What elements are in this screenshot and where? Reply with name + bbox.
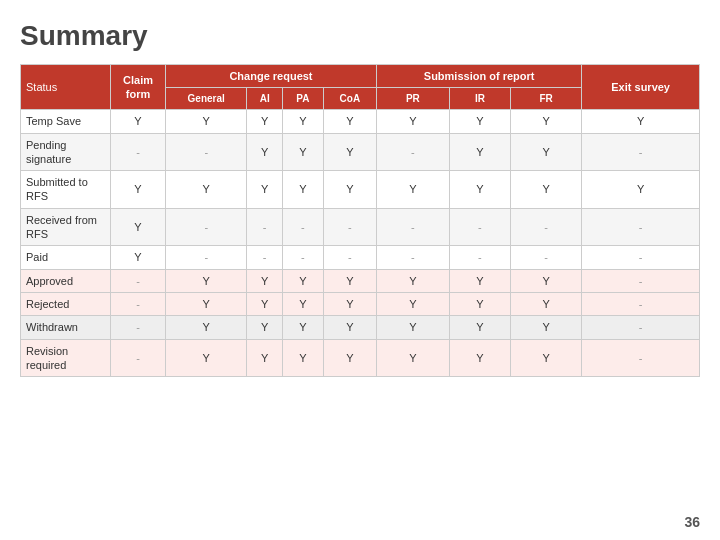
cell-ai: Y (247, 133, 282, 171)
cell-general: Y (166, 316, 247, 339)
cell-status: Submitted to RFS (21, 171, 111, 209)
cell-pr: - (376, 246, 449, 269)
cell-pr: Y (376, 339, 449, 377)
subheader-fr: FR (511, 88, 582, 110)
cell-general: Y (166, 171, 247, 209)
cell-ir: Y (449, 269, 510, 292)
table-row: PaidY-------- (21, 246, 700, 269)
cell-ir: - (449, 246, 510, 269)
cell-exit: - (582, 208, 700, 246)
cell-general: Y (166, 269, 247, 292)
table-row: Withdrawn-YYYYYYY- (21, 316, 700, 339)
subheader-general: General (166, 88, 247, 110)
cell-coa: Y (323, 269, 376, 292)
cell-exit: - (582, 133, 700, 171)
cell-ir: Y (449, 110, 510, 133)
cell-claim: Y (111, 110, 166, 133)
cell-pr: - (376, 133, 449, 171)
cell-exit: Y (582, 110, 700, 133)
cell-general: Y (166, 292, 247, 315)
cell-general: - (166, 246, 247, 269)
cell-ai: Y (247, 292, 282, 315)
cell-fr: Y (511, 171, 582, 209)
cell-coa: Y (323, 292, 376, 315)
cell-claim: Y (111, 171, 166, 209)
cell-claim: - (111, 316, 166, 339)
cell-status: Temp Save (21, 110, 111, 133)
cell-claim: - (111, 339, 166, 377)
cell-pr: Y (376, 269, 449, 292)
cell-pa: Y (282, 316, 323, 339)
cell-ai: Y (247, 269, 282, 292)
cell-pa: - (282, 246, 323, 269)
table-row: Submitted to RFSYYYYYYYYY (21, 171, 700, 209)
cell-ir: Y (449, 171, 510, 209)
cell-claim: Y (111, 208, 166, 246)
cell-pa: Y (282, 133, 323, 171)
cell-pr: Y (376, 171, 449, 209)
cell-fr: Y (511, 292, 582, 315)
cell-status: Rejected (21, 292, 111, 315)
subheader-ir: IR (449, 88, 510, 110)
subheader-pr: PR (376, 88, 449, 110)
cell-exit: - (582, 292, 700, 315)
cell-general: - (166, 133, 247, 171)
cell-exit: - (582, 246, 700, 269)
cell-fr: Y (511, 133, 582, 171)
cell-claim: - (111, 292, 166, 315)
cell-ir: Y (449, 133, 510, 171)
cell-ai: Y (247, 110, 282, 133)
table-row: Pending signature--YYY-YY- (21, 133, 700, 171)
cell-fr: Y (511, 269, 582, 292)
subheader-pa: PA (282, 88, 323, 110)
cell-exit: Y (582, 171, 700, 209)
cell-ir: Y (449, 316, 510, 339)
cell-pa: Y (282, 292, 323, 315)
page-title: Summary (20, 20, 700, 52)
cell-pr: Y (376, 316, 449, 339)
cell-fr: Y (511, 110, 582, 133)
cell-coa: Y (323, 133, 376, 171)
cell-exit: - (582, 269, 700, 292)
cell-fr: Y (511, 339, 582, 377)
cell-status: Pending signature (21, 133, 111, 171)
cell-claim: - (111, 269, 166, 292)
cell-pr: Y (376, 110, 449, 133)
cell-status: Withdrawn (21, 316, 111, 339)
cell-pr: - (376, 208, 449, 246)
table-row: Received from RFSY-------- (21, 208, 700, 246)
cell-status: Received from RFS (21, 208, 111, 246)
cell-pa: Y (282, 171, 323, 209)
cell-coa: Y (323, 110, 376, 133)
subheader-ai: AI (247, 88, 282, 110)
cell-fr: - (511, 208, 582, 246)
cell-pa: Y (282, 110, 323, 133)
table-row: Rejected-YYYYYYY- (21, 292, 700, 315)
cell-pa: Y (282, 339, 323, 377)
cell-fr: Y (511, 316, 582, 339)
cell-status: Approved (21, 269, 111, 292)
cell-status: Paid (21, 246, 111, 269)
cell-claim: - (111, 133, 166, 171)
cell-exit: - (582, 339, 700, 377)
subheader-coa: CoA (323, 88, 376, 110)
table-row: Approved-YYYYYYY- (21, 269, 700, 292)
cell-pr: Y (376, 292, 449, 315)
cell-coa: Y (323, 316, 376, 339)
table-row: Temp SaveYYYYYYYYY (21, 110, 700, 133)
cell-coa: Y (323, 339, 376, 377)
cell-status: Revision required (21, 339, 111, 377)
page-number: 36 (684, 514, 700, 530)
cell-ir: Y (449, 292, 510, 315)
cell-pa: Y (282, 269, 323, 292)
col-header-submission: Submission of report (376, 65, 581, 88)
col-header-claim: Claim form (111, 65, 166, 110)
col-header-exit: Exit survey (582, 65, 700, 110)
page: Summary Status Claim form Change request… (0, 0, 720, 540)
cell-exit: - (582, 316, 700, 339)
cell-general: Y (166, 110, 247, 133)
cell-ai: Y (247, 171, 282, 209)
cell-ir: - (449, 208, 510, 246)
cell-coa: - (323, 246, 376, 269)
cell-pa: - (282, 208, 323, 246)
